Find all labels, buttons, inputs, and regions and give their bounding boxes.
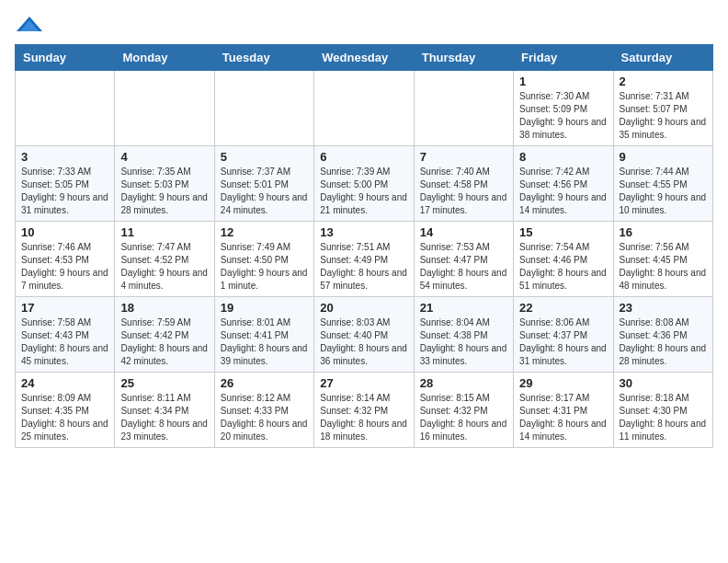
day-info: Sunrise: 8:11 AM Sunset: 4:34 PM Dayligh…: [120, 392, 208, 443]
day-info: Sunrise: 7:30 AM Sunset: 5:09 PM Dayligh…: [519, 90, 607, 142]
logo-icon: [17, 15, 42, 33]
day-info: Sunrise: 7:49 AM Sunset: 4:50 PM Dayligh…: [221, 241, 308, 293]
day-info: Sunrise: 7:39 AM Sunset: 5:00 PM Dayligh…: [320, 166, 407, 217]
day-number: 5: [221, 150, 308, 164]
weekday-header-sunday: Sunday: [16, 45, 115, 71]
logo: [15, 15, 42, 33]
calendar-cell: [115, 71, 214, 146]
day-info: Sunrise: 8:06 AM Sunset: 4:37 PM Dayligh…: [519, 316, 607, 368]
calendar-cell: [414, 71, 513, 146]
day-number: 19: [221, 301, 308, 315]
day-number: 17: [21, 301, 108, 315]
day-info: Sunrise: 7:59 AM Sunset: 4:42 PM Dayligh…: [120, 316, 208, 368]
day-info: Sunrise: 7:46 AM Sunset: 4:53 PM Dayligh…: [21, 241, 108, 293]
calendar-cell: 24Sunrise: 8:09 AM Sunset: 4:35 PM Dayli…: [16, 373, 115, 448]
day-number: 21: [420, 301, 507, 315]
calendar-week-2: 3Sunrise: 7:33 AM Sunset: 5:05 PM Daylig…: [16, 146, 713, 222]
calendar-cell: 19Sunrise: 8:01 AM Sunset: 4:41 PM Dayli…: [214, 297, 313, 373]
day-number: 8: [519, 150, 607, 164]
day-number: 4: [120, 150, 208, 164]
calendar-cell: 15Sunrise: 7:54 AM Sunset: 4:46 PM Dayli…: [514, 222, 613, 297]
day-number: 22: [519, 301, 607, 315]
day-number: 1: [519, 75, 607, 88]
calendar-cell: 27Sunrise: 8:14 AM Sunset: 4:32 PM Dayli…: [314, 373, 414, 448]
day-number: 13: [320, 225, 407, 239]
day-info: Sunrise: 8:01 AM Sunset: 4:41 PM Dayligh…: [221, 316, 308, 368]
calendar-cell: 9Sunrise: 7:44 AM Sunset: 4:55 PM Daylig…: [613, 146, 712, 222]
weekday-header-thursday: Thursday: [414, 45, 513, 71]
weekday-header-tuesday: Tuesday: [214, 45, 313, 71]
calendar-cell: 21Sunrise: 8:04 AM Sunset: 4:38 PM Dayli…: [414, 297, 513, 373]
calendar-cell: 6Sunrise: 7:39 AM Sunset: 5:00 PM Daylig…: [314, 146, 414, 222]
day-number: 25: [120, 376, 208, 390]
day-info: Sunrise: 7:47 AM Sunset: 4:52 PM Dayligh…: [120, 241, 208, 293]
calendar-cell: 13Sunrise: 7:51 AM Sunset: 4:49 PM Dayli…: [314, 222, 414, 297]
day-info: Sunrise: 7:31 AM Sunset: 5:07 PM Dayligh…: [620, 90, 707, 142]
calendar-cell: 18Sunrise: 7:59 AM Sunset: 4:42 PM Dayli…: [115, 297, 214, 373]
day-info: Sunrise: 8:12 AM Sunset: 4:33 PM Dayligh…: [221, 392, 308, 443]
day-info: Sunrise: 8:14 AM Sunset: 4:32 PM Dayligh…: [320, 392, 407, 443]
day-info: Sunrise: 7:35 AM Sunset: 5:03 PM Dayligh…: [120, 166, 208, 217]
calendar-cell: 7Sunrise: 7:40 AM Sunset: 4:58 PM Daylig…: [414, 146, 513, 222]
day-info: Sunrise: 7:53 AM Sunset: 4:47 PM Dayligh…: [420, 241, 507, 293]
calendar-cell: 4Sunrise: 7:35 AM Sunset: 5:03 PM Daylig…: [115, 146, 214, 222]
calendar-cell: 10Sunrise: 7:46 AM Sunset: 4:53 PM Dayli…: [16, 222, 115, 297]
calendar-cell: [314, 71, 414, 146]
day-number: 29: [519, 376, 607, 390]
calendar-cell: 23Sunrise: 8:08 AM Sunset: 4:36 PM Dayli…: [613, 297, 712, 373]
calendar-cell: 28Sunrise: 8:15 AM Sunset: 4:32 PM Dayli…: [414, 373, 513, 448]
calendar: SundayMondayTuesdayWednesdayThursdayFrid…: [15, 44, 713, 448]
day-info: Sunrise: 8:15 AM Sunset: 4:32 PM Dayligh…: [420, 392, 507, 443]
day-info: Sunrise: 7:51 AM Sunset: 4:49 PM Dayligh…: [320, 241, 407, 293]
day-info: Sunrise: 7:40 AM Sunset: 4:58 PM Dayligh…: [420, 166, 507, 217]
calendar-cell: 16Sunrise: 7:56 AM Sunset: 4:45 PM Dayli…: [613, 222, 712, 297]
calendar-cell: 20Sunrise: 8:03 AM Sunset: 4:40 PM Dayli…: [314, 297, 414, 373]
day-info: Sunrise: 8:04 AM Sunset: 4:38 PM Dayligh…: [420, 316, 507, 368]
day-number: 24: [21, 376, 108, 390]
day-info: Sunrise: 8:03 AM Sunset: 4:40 PM Dayligh…: [320, 316, 407, 368]
day-info: Sunrise: 7:33 AM Sunset: 5:05 PM Dayligh…: [21, 166, 108, 217]
day-number: 26: [221, 376, 308, 390]
calendar-week-3: 10Sunrise: 7:46 AM Sunset: 4:53 PM Dayli…: [16, 222, 713, 297]
calendar-cell: [16, 71, 115, 146]
day-number: 28: [420, 376, 507, 390]
day-info: Sunrise: 8:17 AM Sunset: 4:31 PM Dayligh…: [519, 392, 607, 443]
calendar-cell: 11Sunrise: 7:47 AM Sunset: 4:52 PM Dayli…: [115, 222, 214, 297]
weekday-header-friday: Friday: [514, 45, 613, 71]
calendar-body: 1Sunrise: 7:30 AM Sunset: 5:09 PM Daylig…: [16, 71, 713, 448]
day-number: 23: [620, 301, 707, 315]
weekday-header-monday: Monday: [115, 45, 214, 71]
day-number: 15: [519, 225, 607, 239]
day-info: Sunrise: 8:08 AM Sunset: 4:36 PM Dayligh…: [620, 316, 707, 368]
day-number: 10: [21, 225, 108, 239]
day-number: 20: [320, 301, 407, 315]
calendar-week-4: 17Sunrise: 7:58 AM Sunset: 4:43 PM Dayli…: [16, 297, 713, 373]
day-number: 11: [120, 225, 208, 239]
day-number: 12: [221, 225, 308, 239]
calendar-cell: 26Sunrise: 8:12 AM Sunset: 4:33 PM Dayli…: [214, 373, 313, 448]
day-info: Sunrise: 8:09 AM Sunset: 4:35 PM Dayligh…: [21, 392, 108, 443]
day-number: 16: [620, 225, 707, 239]
calendar-cell: 17Sunrise: 7:58 AM Sunset: 4:43 PM Dayli…: [16, 297, 115, 373]
day-number: 7: [420, 150, 507, 164]
calendar-cell: 22Sunrise: 8:06 AM Sunset: 4:37 PM Dayli…: [514, 297, 613, 373]
calendar-cell: 2Sunrise: 7:31 AM Sunset: 5:07 PM Daylig…: [613, 71, 712, 146]
calendar-cell: 3Sunrise: 7:33 AM Sunset: 5:05 PM Daylig…: [16, 146, 115, 222]
day-info: Sunrise: 8:18 AM Sunset: 4:30 PM Dayligh…: [620, 392, 707, 443]
day-number: 6: [320, 150, 407, 164]
calendar-cell: 5Sunrise: 7:37 AM Sunset: 5:01 PM Daylig…: [214, 146, 313, 222]
calendar-cell: 25Sunrise: 8:11 AM Sunset: 4:34 PM Dayli…: [115, 373, 214, 448]
calendar-cell: [214, 71, 313, 146]
calendar-cell: 29Sunrise: 8:17 AM Sunset: 4:31 PM Dayli…: [514, 373, 613, 448]
day-number: 14: [420, 225, 507, 239]
weekday-header-saturday: Saturday: [613, 45, 712, 71]
day-info: Sunrise: 7:42 AM Sunset: 4:56 PM Dayligh…: [519, 166, 607, 217]
day-info: Sunrise: 7:56 AM Sunset: 4:45 PM Dayligh…: [620, 241, 707, 293]
calendar-cell: 30Sunrise: 8:18 AM Sunset: 4:30 PM Dayli…: [613, 373, 712, 448]
calendar-week-5: 24Sunrise: 8:09 AM Sunset: 4:35 PM Dayli…: [16, 373, 713, 448]
calendar-header-row: SundayMondayTuesdayWednesdayThursdayFrid…: [16, 45, 713, 71]
header: [15, 15, 713, 33]
day-info: Sunrise: 7:37 AM Sunset: 5:01 PM Dayligh…: [221, 166, 308, 217]
day-number: 30: [620, 376, 707, 390]
day-info: Sunrise: 7:58 AM Sunset: 4:43 PM Dayligh…: [21, 316, 108, 368]
